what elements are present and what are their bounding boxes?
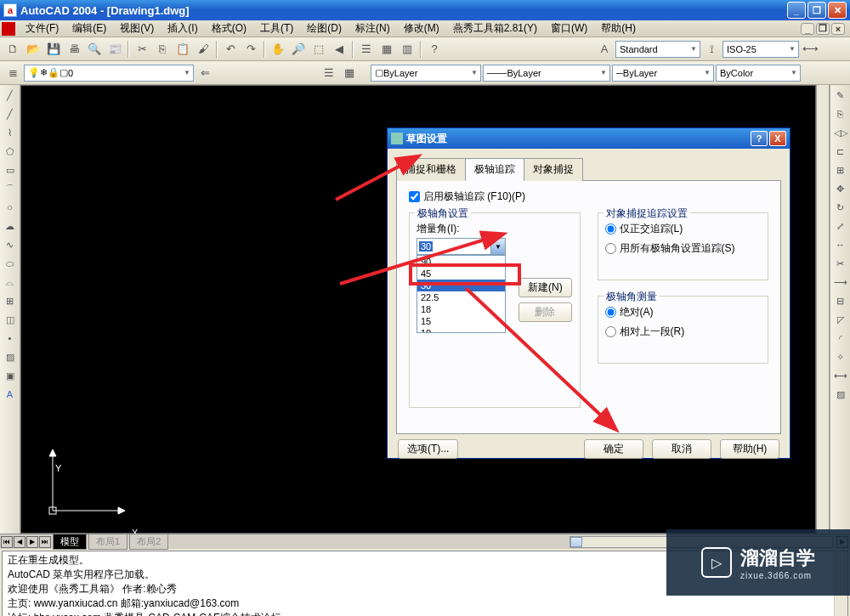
list-item[interactable]: 15 <box>417 315 505 327</box>
list-item[interactable]: 45 <box>417 268 505 280</box>
absolute-radio[interactable] <box>605 307 616 318</box>
enable-polar-checkbox[interactable] <box>409 191 420 202</box>
dc-icon[interactable]: ▦ <box>377 40 396 59</box>
scale-icon[interactable]: ⤢ <box>832 218 849 235</box>
plot-icon[interactable]: 🖶 <box>65 40 83 59</box>
mtext-icon[interactable]: A <box>2 386 19 403</box>
move-icon[interactable]: ✥ <box>832 180 849 197</box>
all-polar-radio[interactable] <box>605 243 616 254</box>
arc-icon[interactable]: ⌒ <box>2 180 19 197</box>
list-item[interactable]: 18 <box>417 303 505 315</box>
layer-state-icon[interactable]: ☰ <box>320 64 338 82</box>
tab-snap-grid[interactable]: 捕捉和栅格 <box>396 158 466 181</box>
chamfer-icon[interactable]: ◸ <box>832 311 849 328</box>
options-button[interactable]: 选项(T)... <box>398 439 458 459</box>
pan-icon[interactable]: ✋ <box>269 40 287 59</box>
list-item[interactable]: 22.5 <box>417 291 505 303</box>
array-icon[interactable]: ⊞ <box>832 161 849 178</box>
layout2-tab[interactable]: 布局2 <box>129 534 168 550</box>
paste-icon[interactable]: 📋 <box>173 40 192 59</box>
dialog-help-button[interactable]: ? <box>751 131 768 146</box>
pline-icon[interactable]: ⌇ <box>2 124 19 141</box>
break-icon[interactable]: ⊟ <box>832 292 849 309</box>
erase-icon[interactable]: ✎ <box>832 87 849 104</box>
preview-icon[interactable]: 🔍 <box>85 40 104 59</box>
tab-object-snap[interactable]: 对象捕捉 <box>524 158 583 181</box>
circle-icon[interactable]: ○ <box>2 199 19 216</box>
text-style-select[interactable]: Standard <box>615 41 700 58</box>
tool-palettes-icon[interactable]: ▥ <box>398 40 416 59</box>
menu-help[interactable]: 帮助(H) <box>594 20 643 37</box>
ellipse-arc-icon[interactable]: ⌓ <box>2 274 19 291</box>
hatch-icon[interactable]: ▨ <box>2 348 19 365</box>
dim-icon[interactable]: ⟷ <box>801 40 819 59</box>
increment-combo[interactable]: 30 ▼ <box>416 238 506 255</box>
model-tab[interactable]: 模型 <box>53 534 87 550</box>
dialog-close-button[interactable]: X <box>769 131 786 146</box>
linetype-select[interactable]: ─── ByLayer <box>483 65 610 82</box>
chevron-down-icon[interactable]: ▼ <box>490 239 505 254</box>
color-icon[interactable]: ▦ <box>340 64 359 82</box>
redo-icon[interactable]: ↷ <box>241 40 260 59</box>
layout1-tab[interactable]: 布局1 <box>88 534 128 550</box>
tab-first-icon[interactable]: ⏮ <box>1 536 13 548</box>
tab-last-icon[interactable]: ⏭ <box>39 536 51 548</box>
lineweight-select[interactable]: ─ ByLayer <box>612 65 714 82</box>
list-item[interactable]: 10 <box>417 327 505 333</box>
menu-file[interactable]: 文件(F) <box>19 20 65 37</box>
revcloud-icon[interactable]: ☁ <box>2 218 19 235</box>
menu-tools[interactable]: 工具(T) <box>253 20 300 37</box>
polygon-icon[interactable]: ⬠ <box>2 143 19 160</box>
ok-button[interactable]: 确定 <box>584 439 643 459</box>
mdi-minimize-button[interactable]: _ <box>801 23 814 35</box>
layer-prev-icon[interactable]: ⇐ <box>196 64 214 82</box>
tab-prev-icon[interactable]: ◀ <box>14 536 26 548</box>
plotstyle-select[interactable]: ByColor <box>716 65 801 82</box>
spline-icon[interactable]: ∿ <box>2 236 19 253</box>
mirror-icon[interactable]: ◁▷ <box>832 124 849 141</box>
menu-format[interactable]: 格式(O) <box>205 20 253 37</box>
color-select[interactable]: ▢ ByLayer <box>371 65 481 82</box>
menu-window[interactable]: 窗口(W) <box>544 20 594 37</box>
tab-next-icon[interactable]: ▶ <box>26 536 38 548</box>
cut-icon[interactable]: ✂ <box>133 40 151 59</box>
list-item[interactable]: 30 <box>417 280 505 291</box>
increment-dropdown[interactable]: 90 45 30 22.5 18 15 10 5 <box>416 255 506 333</box>
zoom-rt-icon[interactable]: 🔎 <box>289 40 308 59</box>
publish-icon[interactable]: 📰 <box>105 40 124 59</box>
rotate-icon[interactable]: ↻ <box>832 199 849 216</box>
open-icon[interactable]: 📂 <box>24 40 42 59</box>
offset-icon[interactable]: ⊏ <box>832 143 849 160</box>
list-item[interactable]: 90 <box>417 256 505 268</box>
explode-icon[interactable]: ✧ <box>832 348 849 365</box>
properties-icon[interactable]: ☰ <box>357 40 376 59</box>
restore-button[interactable]: ❐ <box>808 2 826 19</box>
fillet-icon[interactable]: ◜ <box>832 330 849 347</box>
delete-angle-button[interactable]: 删除 <box>518 302 572 322</box>
mdi-restore-button[interactable]: ❐ <box>816 23 830 35</box>
menu-dimension[interactable]: 标注(N) <box>348 20 397 37</box>
copy-icon[interactable]: ⎘ <box>153 40 172 59</box>
zoom-win-icon[interactable]: ⬚ <box>309 40 328 59</box>
close-button[interactable]: ✕ <box>828 2 847 19</box>
new-angle-button[interactable]: 新建(N) <box>518 278 572 297</box>
ortho-only-radio[interactable] <box>605 223 616 235</box>
dimstyle-icon[interactable]: ⟟ <box>702 40 721 59</box>
edit-hatch-icon[interactable]: ▨ <box>832 386 849 403</box>
menu-view[interactable]: 视图(V) <box>113 20 161 37</box>
block-icon[interactable]: ◫ <box>2 311 19 328</box>
relative-radio[interactable] <box>605 326 616 337</box>
mdi-close-button[interactable]: × <box>831 23 845 35</box>
canvas-vscroll[interactable] <box>816 85 830 534</box>
trim-icon[interactable]: ✂ <box>832 255 849 272</box>
lengthen-icon[interactable]: ⟷ <box>832 367 849 384</box>
new-icon[interactable]: 🗋 <box>3 40 22 59</box>
point-icon[interactable]: • <box>2 330 19 347</box>
cancel-button[interactable]: 取消 <box>652 439 711 459</box>
menu-draw[interactable]: 绘图(D) <box>300 20 348 37</box>
menu-edit[interactable]: 编辑(E) <box>65 20 113 37</box>
stretch-icon[interactable]: ↔ <box>832 236 849 253</box>
match-icon[interactable]: 🖌 <box>194 40 212 59</box>
help-button[interactable]: 帮助(H) <box>720 439 779 459</box>
extend-icon[interactable]: ⟶ <box>832 274 849 291</box>
